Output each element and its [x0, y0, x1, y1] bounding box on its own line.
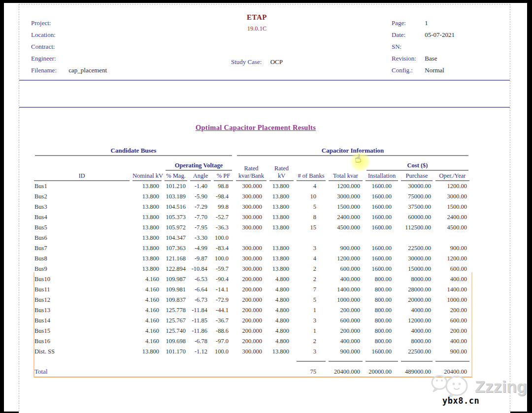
header-field-engineer: Engineer: — [31, 53, 107, 64]
engineer-label: Engineer: — [31, 53, 67, 64]
value-cell: 13.800 — [268, 222, 295, 233]
value-cell: 3000.000 — [327, 191, 364, 202]
value-cell: 900.00 — [434, 243, 471, 254]
value-cell: 100.0 — [212, 254, 234, 264]
header-center-block: ETAP 19.0.1C — [216, 13, 298, 32]
value-cell: 1500.000 — [327, 202, 364, 212]
value-cell: 37500.00 — [399, 202, 434, 212]
header-field-config: Config.: Normal — [392, 64, 455, 76]
header-separator-line-2 — [19, 107, 510, 108]
value-cell: 2400.000 — [327, 212, 364, 222]
watermark: Zzzing ybx8.cn — [430, 374, 528, 411]
value-cell: -7.70 — [189, 212, 212, 222]
col-header-angle: Angle — [189, 171, 212, 181]
watermark-site: ybx8.cn — [442, 396, 479, 406]
value-cell: 300.000 — [234, 254, 268, 264]
value-cell: 104.347 — [163, 233, 189, 243]
revision-label: Revision: — [392, 53, 423, 64]
value-cell: 1200.00 — [434, 254, 471, 264]
value-cell: 13.800 — [268, 191, 295, 202]
value-cell — [327, 233, 364, 243]
location-label: Location: — [31, 29, 67, 41]
value-cell: -52.7 — [212, 212, 234, 222]
table-row: Bus213.800103.189-5.90-98.4300.00013.800… — [33, 191, 471, 202]
col-header-rated-kvar-bank: Rated kvar/Bank — [234, 156, 268, 181]
etap-brand: ETAP — [216, 13, 298, 22]
header-left-block: Project: Location: Contract: Engineer: F… — [31, 17, 107, 76]
group-header-row: Candidate Buses Capacitor Information — [33, 145, 471, 156]
bus-id-cell: Bus4 — [33, 212, 131, 222]
value-cell: 100.0 — [212, 233, 234, 243]
value-cell — [399, 233, 434, 243]
config-label: Config.: — [392, 64, 423, 76]
value-cell: -98.4 — [212, 191, 234, 202]
value-cell: -36.3 — [212, 222, 234, 233]
value-cell: 2400.00 — [434, 212, 471, 222]
value-cell: 1200.000 — [327, 181, 364, 191]
value-cell: 13.800 — [268, 243, 295, 254]
header-field-page: Page: 1 — [392, 17, 455, 29]
header-field-revision: Revision: Base — [392, 53, 455, 64]
col-header-id: ID — [33, 171, 131, 181]
value-cell: 10 — [295, 191, 327, 202]
bus-id-cell: Bus8 — [33, 254, 131, 264]
value-cell: 1600.00 — [364, 181, 399, 191]
subgroup-header-row: Operating Voltage Rated kvar/Bank Rated … — [33, 156, 471, 171]
value-cell: 4500.000 — [327, 222, 364, 233]
project-label: Project: — [31, 17, 67, 29]
header-field-contract: Contract: — [31, 41, 107, 53]
study-case-row: Study Case: OCP — [231, 58, 283, 66]
value-cell: 300.000 — [234, 181, 268, 191]
value-cell: 13.800 — [268, 181, 295, 191]
col-header-nominal-kv: Nominal kV — [131, 171, 163, 181]
value-cell — [434, 233, 471, 243]
study-case-label: Study Case: — [231, 58, 262, 66]
value-cell: 107.363 — [163, 243, 189, 254]
col-header-mag: % Mag. — [163, 171, 189, 181]
bus-id-cell: Bus5 — [33, 222, 131, 233]
value-cell: 30000.00 — [399, 254, 434, 264]
value-cell: 13.800 — [268, 254, 295, 264]
report-page: Project: Location: Contract: Engineer: F… — [19, 4, 510, 413]
table-row: Bus113.800101.210-1.4098.8300.00013.8004… — [33, 181, 471, 191]
value-cell: 60000.00 — [399, 212, 434, 222]
col-header-oper-year: Oper./Year — [434, 171, 471, 181]
value-cell: 104.516 — [163, 202, 189, 212]
value-cell: 1600.00 — [364, 254, 399, 264]
sn-label: SN: — [392, 41, 423, 53]
table-row: Bus813.800121.168-9.87100.0300.00013.800… — [33, 254, 471, 264]
value-cell: 13.800 — [131, 202, 163, 212]
bus-id-cell: Bus6 — [33, 233, 131, 243]
value-cell: 13.800 — [131, 254, 163, 264]
value-cell: 1600.00 — [364, 191, 399, 202]
page-title: Optimal Capacitor Placement Results — [196, 124, 316, 131]
table-row: Bus513.800105.972-7.95-36.3300.00013.800… — [33, 222, 471, 233]
col-header-banks: # of Banks — [295, 156, 327, 181]
value-cell: 13.800 — [131, 181, 163, 191]
revision-value: Base — [425, 55, 437, 62]
value-cell: 13.800 — [131, 191, 163, 202]
value-cell: 13.800 — [268, 212, 295, 222]
group-operating-voltage: Operating Voltage — [163, 156, 234, 171]
value-cell: 13.800 — [131, 233, 163, 243]
value-cell — [295, 233, 327, 243]
value-cell: 4 — [295, 254, 327, 264]
value-cell: 103.189 — [163, 191, 189, 202]
value-cell: 105.373 — [163, 212, 189, 222]
value-cell: 1600.00 — [364, 212, 399, 222]
value-cell: 300.000 — [234, 202, 268, 212]
value-cell: 3 — [295, 243, 327, 254]
filename-label: Filename: — [31, 64, 67, 76]
value-cell: 8 — [295, 212, 327, 222]
col-header-purchase: Purchase — [399, 171, 434, 181]
watermark-brand: Zzzing — [475, 377, 527, 396]
date-value: 05-07-2021 — [425, 31, 455, 38]
header-field-sn: SN: — [392, 41, 455, 53]
value-cell: 1200.00 — [434, 181, 471, 191]
table-row: Bus413.800105.373-7.70-52.7300.00013.800… — [33, 212, 471, 222]
value-cell: 1200.000 — [327, 254, 364, 264]
table-row: Bus313.800104.516-7.2999.8300.00013.8005… — [33, 202, 471, 212]
page-label: Page: — [392, 17, 423, 29]
value-cell: 4 — [295, 181, 327, 191]
value-cell: 1600.00 — [364, 243, 399, 254]
